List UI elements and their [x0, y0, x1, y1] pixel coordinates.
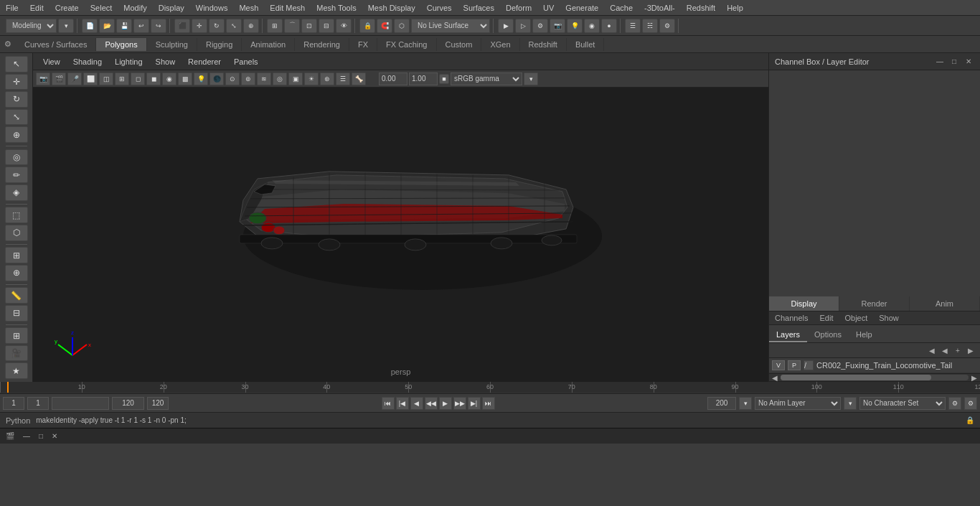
- menu-cache[interactable]: Cache: [604, 2, 639, 14]
- tab-rendering[interactable]: Rendering: [295, 38, 349, 51]
- key-settings-btn[interactable]: ⚙: [948, 397, 961, 410]
- ch-tab-channels[interactable]: Channels: [769, 311, 814, 324]
- vp-menu-renderer[interactable]: Renderer: [184, 56, 225, 67]
- step-fwd-btn[interactable]: ▶▶: [453, 397, 466, 410]
- vp-camera-btn[interactable]: 📷: [36, 72, 50, 85]
- wb-close[interactable]: ✕: [49, 431, 60, 441]
- tab-xgen[interactable]: XGen: [481, 38, 519, 51]
- scroll-left-btn[interactable]: ◀: [772, 374, 778, 382]
- snap-grid-btn[interactable]: ⊞: [267, 19, 283, 33]
- snap-curve-btn[interactable]: ⌒: [284, 19, 300, 33]
- tool-settings-btn[interactable]: ⚙: [659, 19, 675, 33]
- colorspace-select[interactable]: sRGB gamma: [451, 72, 522, 85]
- menu-edit-mesh[interactable]: Edit Mesh: [264, 2, 311, 14]
- fps-input[interactable]: [707, 397, 736, 410]
- move-tool[interactable]: ✛: [5, 74, 28, 90]
- menu-mesh-display[interactable]: Mesh Display: [362, 2, 421, 14]
- scale-input[interactable]: [409, 72, 438, 85]
- goto-end-btn[interactable]: ⏭: [482, 397, 495, 410]
- menu-help[interactable]: Help: [721, 2, 749, 14]
- vp-xray-btn[interactable]: ☰: [336, 72, 350, 85]
- open-scene-btn[interactable]: 📂: [99, 19, 115, 33]
- tab-render[interactable]: Render: [839, 296, 910, 311]
- move-tool-btn[interactable]: ✛: [192, 19, 207, 33]
- menu-curves[interactable]: Curves: [421, 2, 458, 14]
- shader2-btn[interactable]: ●: [601, 19, 617, 33]
- right-panel-expand[interactable]: □: [948, 56, 960, 67]
- layer-playback-btn[interactable]: P: [788, 360, 801, 370]
- playhead[interactable]: [7, 382, 9, 393]
- rotation-input[interactable]: [379, 72, 407, 85]
- tab-sculpting[interactable]: Sculpting: [147, 38, 197, 51]
- layer-tab-help[interactable]: Help: [849, 328, 880, 342]
- soft-select[interactable]: ◎: [5, 149, 28, 166]
- play-back-btn[interactable]: ◀◀: [425, 397, 438, 410]
- menu-windows[interactable]: Windows: [190, 2, 234, 14]
- anim-layer-select[interactable]: No Anim Layer: [755, 397, 841, 410]
- char-set-dropdown-btn[interactable]: ▾: [844, 397, 857, 410]
- menu-deform[interactable]: Deform: [500, 2, 537, 14]
- menu-generate[interactable]: Generate: [560, 2, 604, 14]
- vp-bones-btn[interactable]: 🦴: [352, 72, 366, 85]
- lock-btn[interactable]: 🔒: [359, 19, 375, 33]
- redo-btn[interactable]: ↪: [151, 19, 166, 33]
- mode-select[interactable]: Modeling: [6, 19, 57, 33]
- goto-start-btn[interactable]: ⏮: [382, 397, 395, 410]
- play-btn[interactable]: ▶: [439, 397, 452, 410]
- menu-mesh[interactable]: Mesh: [233, 2, 264, 14]
- light-btn[interactable]: 💡: [567, 19, 583, 33]
- anim-layer-dropdown-btn[interactable]: ▾: [739, 397, 752, 410]
- layer-prev-btn[interactable]: ◀: [925, 345, 938, 356]
- ch-tab-edit[interactable]: Edit: [814, 311, 839, 324]
- tab-polygons[interactable]: Polygons: [96, 38, 146, 51]
- anim-settings-btn[interactable]: ⚙: [964, 397, 977, 410]
- measure-tool[interactable]: 📏: [5, 287, 28, 304]
- menu-uv[interactable]: UV: [537, 2, 560, 14]
- render-seq-btn[interactable]: ▷: [515, 19, 531, 33]
- layer-tab-layers[interactable]: Layers: [769, 328, 807, 342]
- vp-extra-btn[interactable]: ▾: [524, 72, 538, 85]
- tab-curves-surfaces[interactable]: Curves / Surfaces: [16, 38, 96, 51]
- layer-next-btn[interactable]: ▶: [964, 345, 977, 356]
- snap-together[interactable]: ⊟: [5, 305, 28, 322]
- scroll-track[interactable]: [781, 375, 969, 380]
- marquee-select[interactable]: ⬚: [5, 207, 28, 223]
- undo-btn[interactable]: ↩: [133, 19, 149, 33]
- frame-range-end[interactable]: [112, 397, 144, 410]
- wb-maximize[interactable]: □: [36, 431, 46, 441]
- vp-resolution-btn[interactable]: ⬜: [83, 72, 98, 85]
- tab-settings-gear[interactable]: ⚙: [0, 37, 16, 52]
- tab-bullet[interactable]: Bullet: [567, 38, 605, 51]
- viewport-3d[interactable]: persp x y z: [33, 88, 768, 382]
- layer-prev2-btn[interactable]: ◀: [938, 345, 951, 356]
- vp-solid-btn[interactable]: ◼: [146, 72, 161, 85]
- menu-modify[interactable]: Modify: [118, 2, 152, 14]
- paint-weights[interactable]: ✏: [5, 167, 28, 183]
- live-surface-select[interactable]: No Live Surface: [411, 19, 490, 33]
- frame-end-input[interactable]: [147, 397, 169, 410]
- save-scene-btn[interactable]: 💾: [116, 19, 132, 33]
- menu-redshift[interactable]: Redshift: [681, 2, 721, 14]
- scroll-right-btn[interactable]: ▶: [971, 374, 977, 382]
- render-settings-btn[interactable]: ⚙: [532, 19, 548, 33]
- vp-film-btn[interactable]: 🎬: [52, 72, 66, 85]
- ch-tab-show[interactable]: Show: [873, 311, 905, 324]
- tab-anim[interactable]: Anim: [910, 296, 980, 311]
- universal-manip[interactable]: ⊕: [5, 126, 28, 143]
- vp-dof-btn[interactable]: ◎: [273, 72, 287, 85]
- ch-box-btn[interactable]: ☰: [625, 19, 641, 33]
- rotate-tool-btn[interactable]: ↻: [209, 19, 225, 33]
- menu-display[interactable]: Display: [153, 2, 190, 14]
- tab-fx-caching[interactable]: FX Caching: [377, 38, 436, 51]
- menu-surfaces[interactable]: Surfaces: [458, 2, 500, 14]
- layer-tab-options[interactable]: Options: [807, 328, 849, 342]
- vp-isolate-btn[interactable]: ⊛: [320, 72, 334, 85]
- vp-textured-btn[interactable]: ▩: [178, 72, 192, 85]
- right-panel-close[interactable]: ✕: [963, 56, 974, 67]
- redshift-icon[interactable]: ★: [5, 362, 28, 379]
- colorspace-indicator[interactable]: ■: [439, 74, 449, 84]
- attr-editor-btn[interactable]: ☵: [642, 19, 658, 33]
- tab-rigging[interactable]: Rigging: [197, 38, 242, 51]
- layer-name[interactable]: CR002_Fuxing_Train_Locomotive_Tail: [816, 361, 977, 370]
- tab-custom[interactable]: Custom: [437, 38, 482, 51]
